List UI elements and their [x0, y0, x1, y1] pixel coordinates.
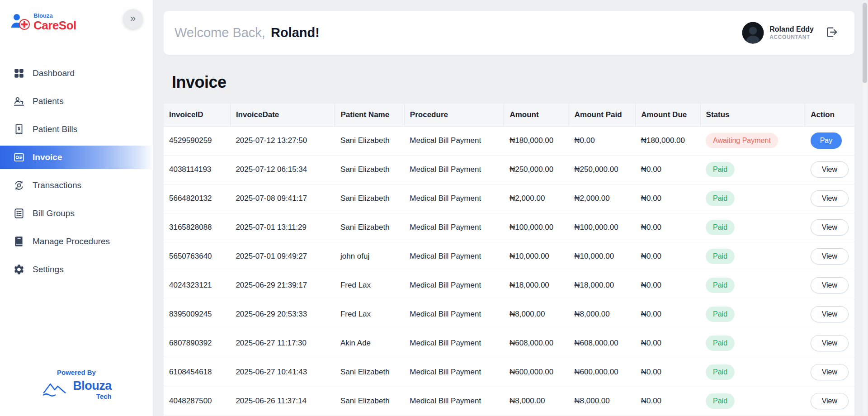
- procedure-cell: Medical Bill Payment: [404, 329, 504, 358]
- action-cell: View: [805, 155, 854, 184]
- invoice-id-cell: 6807890392: [164, 329, 230, 358]
- pay-button[interactable]: Pay: [811, 132, 842, 149]
- amount-cell: ₦600,000.00: [504, 358, 569, 387]
- amount-cell: ₦8,000.00: [504, 387, 569, 416]
- amount-cell: ₦180,000.00: [504, 126, 569, 155]
- invoice-table: InvoiceIDInvoiceDatePatient NameProcedur…: [164, 104, 854, 416]
- sidebar-item-invoice[interactable]: Invoice: [0, 146, 153, 169]
- view-button[interactable]: View: [811, 248, 849, 265]
- amount-due-cell: ₦0.00: [636, 387, 700, 416]
- invoice-id-cell: 3165828088: [164, 213, 230, 242]
- view-button[interactable]: View: [811, 161, 849, 178]
- amount-due-cell: ₦0.00: [636, 271, 700, 300]
- procedure-cell: Medical Bill Payment: [404, 271, 504, 300]
- sidebar-item-patients[interactable]: Patients: [0, 90, 153, 113]
- sidebar-item-patient-bills[interactable]: Patient Bills: [0, 118, 153, 141]
- status-cell: Paid: [700, 213, 805, 242]
- status-badge: Awaiting Payment: [706, 133, 778, 148]
- status-badge: Paid: [706, 220, 735, 235]
- invoice-row: 31658280882025-07-01 13:11:29Sani Elizab…: [164, 213, 854, 242]
- welcome-username: Roland!: [271, 25, 320, 40]
- powered-by-label: Powered By: [0, 369, 153, 376]
- view-button[interactable]: View: [811, 335, 849, 351]
- sidebar-header: Blouza CareSol »: [0, 0, 153, 36]
- status-cell: Paid: [700, 329, 805, 358]
- invoice-date-cell: 2025-07-08 09:41:17: [230, 184, 335, 213]
- sidebar-item-transactions[interactable]: Transactions: [0, 174, 153, 197]
- sidebar-item-label: Bill Groups: [33, 208, 75, 218]
- status-badge: Paid: [706, 191, 735, 206]
- patient-name-cell: Sani Elizabeth: [335, 358, 404, 387]
- action-cell: View: [805, 387, 854, 416]
- user-role: ACCOUNTANT: [769, 34, 814, 41]
- vertical-scrollbar[interactable]: [863, 1, 867, 415]
- sidebar-item-settings[interactable]: Settings: [0, 258, 153, 281]
- status-cell: Paid: [700, 358, 805, 387]
- amount-cell: ₦10,000.00: [504, 242, 569, 271]
- amount-paid-cell: ₦250,000.00: [569, 155, 635, 184]
- view-button[interactable]: View: [811, 277, 849, 293]
- invoice-date-cell: 2025-07-01 09:49:27: [230, 242, 335, 271]
- view-button[interactable]: View: [811, 364, 849, 380]
- amount-due-cell: ₦0.00: [636, 155, 700, 184]
- sidebar-collapse-button[interactable]: »: [123, 9, 143, 29]
- status-cell: Paid: [700, 242, 805, 271]
- procedure-cell: Medical Bill Payment: [404, 213, 504, 242]
- amount-paid-cell: ₦100,000.00: [569, 213, 635, 242]
- sidebar-item-label: Settings: [33, 265, 64, 274]
- status-cell: Paid: [700, 300, 805, 329]
- invoice-row: 56648201322025-07-08 09:41:17Sani Elizab…: [164, 184, 854, 213]
- view-button[interactable]: View: [811, 219, 849, 236]
- patients-icon: [13, 95, 25, 107]
- status-badge: Paid: [706, 364, 735, 380]
- sidebar-item-label: Patients: [33, 96, 64, 106]
- status-badge: Paid: [706, 249, 735, 264]
- procedure-cell: Medical Bill Payment: [404, 300, 504, 329]
- action-cell: View: [805, 300, 854, 329]
- column-header-amount: Amount: [504, 104, 569, 126]
- sidebar: Blouza CareSol » DashboardPatientsPatien…: [0, 0, 153, 416]
- sidebar-item-bill-groups[interactable]: Bill Groups: [0, 202, 153, 225]
- invoice-date-cell: 2025-06-29 21:39:17: [230, 271, 335, 300]
- invoice-row: 40381141932025-07-12 06:15:34Sani Elizab…: [164, 155, 854, 184]
- avatar[interactable]: [742, 22, 764, 44]
- status-badge: Paid: [706, 162, 735, 177]
- invoice-date-cell: 2025-06-26 11:37:14: [230, 387, 335, 416]
- tech-brand-sub: Tech: [96, 393, 112, 400]
- sidebar-item-manage-procedures[interactable]: Manage Procedures: [0, 230, 153, 253]
- scrollbar-thumb[interactable]: [863, 3, 867, 83]
- view-button[interactable]: View: [811, 190, 849, 207]
- mountain-icon: [41, 380, 69, 399]
- sidebar-item-label: Manage Procedures: [33, 236, 110, 246]
- amount-cell: ₦8,000.00: [504, 300, 569, 329]
- invoice-row: 83950092452025-06-29 20:53:33Fred LaxMed…: [164, 300, 854, 329]
- dashboard-icon: [13, 67, 25, 79]
- action-cell: Pay: [805, 126, 854, 155]
- invoice-id-cell: 4024323121: [164, 271, 230, 300]
- sidebar-item-dashboard[interactable]: Dashboard: [0, 61, 153, 85]
- welcome-prefix: Welcome Back,: [175, 25, 265, 40]
- invoice-row: 40482875002025-06-26 11:37:14Sani Elizab…: [164, 387, 854, 416]
- settings-icon: [13, 264, 25, 275]
- invoice-id-cell: 4048287500: [164, 387, 230, 416]
- invoice-id-cell: 4038114193: [164, 155, 230, 184]
- procedure-cell: Medical Bill Payment: [404, 387, 504, 416]
- invoice-date-cell: 2025-07-12 13:27:50: [230, 126, 335, 155]
- amount-paid-cell: ₦8,000.00: [569, 300, 635, 329]
- bill-groups-icon: [13, 208, 25, 219]
- logout-button[interactable]: [824, 24, 839, 41]
- status-badge: Paid: [706, 336, 735, 351]
- topbar: Welcome Back, Roland! Roland Eddy: [164, 11, 854, 55]
- view-button[interactable]: View: [811, 393, 849, 409]
- column-header-invoicedate: InvoiceDate: [230, 104, 335, 126]
- patient-name-cell: Fred Lax: [335, 271, 404, 300]
- status-cell: Awaiting Payment: [700, 126, 805, 155]
- view-button[interactable]: View: [811, 306, 849, 322]
- user-name: Roland Eddy: [769, 25, 814, 34]
- sidebar-menu: DashboardPatientsPatient BillsInvoiceTra…: [0, 61, 153, 286]
- invoice-row: 45295902592025-07-12 13:27:50Sani Elizab…: [164, 126, 854, 155]
- column-header-amount-paid: Amount Paid: [569, 104, 635, 126]
- patient-name-cell: Sani Elizabeth: [335, 213, 404, 242]
- invoice-icon: [13, 151, 25, 163]
- status-badge: Paid: [706, 307, 735, 322]
